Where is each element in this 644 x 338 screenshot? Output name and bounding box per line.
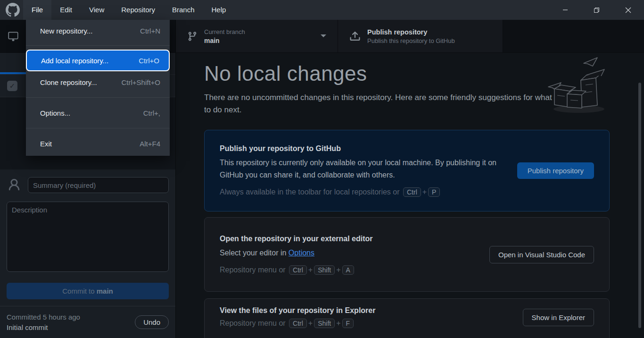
editor-body-text: Select your editor in (220, 249, 289, 257)
menu-item-shortcut: Ctrl+O (139, 57, 159, 65)
commit-form: Commit to main (0, 169, 175, 306)
commit-button[interactable]: Commit to main (7, 283, 169, 299)
hint-text: Always available in the toolbar for loca… (220, 188, 400, 196)
editor-card-title: Open the repository in your external edi… (220, 235, 489, 243)
menu-branch[interactable]: Branch (164, 0, 203, 20)
menu-item-add-local-repository[interactable]: Add local repository... Ctrl+O (26, 50, 170, 71)
publish-card-body: This repository is currently only availa… (220, 157, 517, 181)
menu-help[interactable]: Help (203, 0, 235, 20)
current-branch-value: main (204, 37, 245, 44)
upload-icon (349, 31, 361, 42)
menu-item-clone-repository[interactable]: Clone repository... Ctrl+Shift+O (26, 71, 170, 93)
kbd-shift: Shift (314, 319, 335, 328)
file-menu-dropdown: New repository... Ctrl+N Add local repos… (26, 20, 170, 156)
menu-item-options[interactable]: Options... Ctrl+, (26, 102, 170, 124)
kbd-ctrl: Ctrl (403, 187, 421, 197)
window-controls (549, 0, 644, 20)
plus-sign: + (308, 266, 313, 274)
menu-item-label: New repository... (40, 27, 140, 35)
hint-text: Repository menu or (220, 319, 286, 327)
kbd-shift: Shift (314, 265, 335, 275)
explorer-card-title: View the files of your repository in Exp… (220, 306, 523, 315)
publish-suggestion-card: Publish your repository to GitHub This r… (204, 130, 610, 211)
menu-separator (26, 45, 170, 46)
committed-time-label: Committed 5 hours ago (7, 313, 135, 321)
page-subtitle: There are no uncommitted changes in this… (204, 92, 553, 116)
no-changes-illustration (540, 56, 611, 117)
publish-repository-button[interactable]: Publish repository (517, 162, 594, 179)
kbd-ctrl: Ctrl (289, 265, 307, 275)
scrollbar-thumb[interactable] (638, 83, 641, 328)
plus-sign: + (308, 319, 313, 327)
menu-item-label: Clone repository... (40, 78, 121, 86)
menu-item-label: Exit (40, 140, 140, 148)
plus-sign: + (336, 319, 340, 327)
undo-button[interactable]: Undo (135, 315, 169, 329)
hint-text: Repository menu or (220, 266, 286, 274)
menu-item-shortcut: Ctrl+N (140, 27, 160, 35)
options-link[interactable]: Options (289, 249, 314, 257)
open-in-vscode-button[interactable]: Open in Visual Studio Code (489, 246, 594, 263)
commit-message-label: Initial commit (7, 323, 135, 331)
menu-separator (26, 97, 170, 98)
restore-button[interactable] (581, 0, 612, 20)
plus-sign: + (422, 188, 427, 196)
menu-item-label: Add local repository... (41, 57, 139, 65)
publish-toolbar-title: Publish repository (367, 28, 455, 36)
external-editor-suggestion-card: Open the repository in your external edi… (204, 217, 610, 292)
minimize-button[interactable] (549, 0, 581, 20)
menu-bar: File Edit View Repository Branch Help (23, 0, 234, 20)
menu-item-shortcut: Ctrl+, (143, 109, 160, 117)
menu-item-exit[interactable]: Exit Alt+F4 (26, 133, 170, 154)
main-content: No local changes There are no uncommitte… (176, 53, 644, 338)
editor-card-body: Select your editor in Options (220, 247, 489, 259)
kbd-a: A (342, 265, 354, 275)
publish-repository-toolbar-button[interactable]: Publish repository Publish this reposito… (338, 20, 503, 52)
current-branch-button[interactable]: Current branch main (176, 20, 338, 52)
show-in-explorer-button[interactable]: Show in Explorer (523, 309, 594, 326)
menu-separator (26, 128, 170, 128)
menu-item-label: Options... (40, 109, 143, 117)
description-textarea[interactable] (7, 202, 169, 272)
avatar-person-icon (7, 177, 22, 193)
chevron-down-icon (321, 34, 326, 37)
explorer-card-hint: Repository menu or Ctrl+Shift+F (220, 319, 523, 328)
current-branch-label: Current branch (204, 28, 245, 35)
last-commit-row: Committed 5 hours ago Initial commit Und… (0, 306, 175, 338)
select-all-checkbox[interactable]: ✓ (7, 81, 17, 91)
menu-view[interactable]: View (81, 0, 113, 20)
menu-item-new-repository[interactable]: New repository... Ctrl+N (26, 20, 170, 42)
titlebar: File Edit View Repository Branch Help (0, 0, 644, 20)
editor-card-hint: Repository menu or Ctrl+Shift+A (220, 265, 489, 275)
kbd-p: P (428, 187, 440, 197)
publish-card-hint: Always available in the toolbar for loca… (220, 187, 517, 197)
publish-toolbar-subtitle: Publish this repository to GitHub (367, 37, 455, 44)
commit-button-branch: main (97, 287, 113, 295)
summary-input[interactable] (28, 177, 169, 193)
menu-file[interactable]: File (23, 0, 51, 20)
toolbar-spacer (503, 20, 644, 52)
menu-item-shortcut: Alt+F4 (140, 140, 160, 148)
kbd-ctrl: Ctrl (289, 319, 307, 328)
commit-button-prefix: Commit to (62, 287, 97, 295)
github-desktop-window: File Edit View Repository Branch Help (0, 0, 644, 338)
plus-sign: + (336, 266, 340, 274)
github-logo-icon (6, 3, 20, 17)
publish-card-title: Publish your repository to GitHub (220, 144, 517, 153)
menu-item-shortcut: Ctrl+Shift+O (121, 78, 160, 86)
git-branch-icon (187, 31, 198, 42)
menu-edit[interactable]: Edit (51, 0, 81, 20)
close-button[interactable] (612, 0, 644, 20)
explorer-suggestion-card: View the files of your repository in Exp… (204, 298, 610, 338)
menu-repository[interactable]: Repository (113, 0, 164, 20)
kbd-f: F (342, 319, 354, 328)
monitor-icon (7, 30, 19, 42)
